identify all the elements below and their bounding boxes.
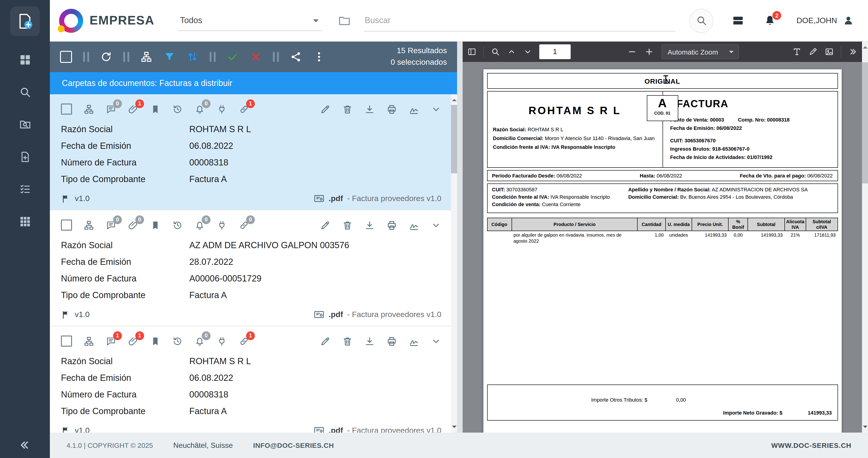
bookmark-button[interactable] xyxy=(150,104,161,114)
print-button[interactable] xyxy=(386,220,397,230)
expand-card-button[interactable] xyxy=(431,336,441,346)
download-button[interactable] xyxy=(364,336,375,346)
sidebar-item-new-document[interactable] xyxy=(19,151,31,163)
text-tool-button[interactable] xyxy=(792,47,802,56)
annotations-button[interactable]: 0 xyxy=(106,220,116,230)
find-in-document-button[interactable] xyxy=(491,47,500,56)
app-logo[interactable] xyxy=(10,6,40,36)
print-button[interactable] xyxy=(386,336,397,346)
folder-button[interactable] xyxy=(335,13,354,28)
scroll-down-arrow[interactable] xyxy=(452,426,456,430)
hierarchy-button[interactable] xyxy=(84,336,94,346)
card-checkbox[interactable] xyxy=(61,336,72,347)
print-button[interactable] xyxy=(386,104,397,114)
scope-select[interactable]: Todos xyxy=(178,10,322,31)
document-card-3[interactable]: 1 1 0 1 xyxy=(50,326,457,433)
attachments-button[interactable]: 1 xyxy=(128,336,138,346)
more-tools-button[interactable] xyxy=(848,47,857,56)
links-button[interactable]: 0 xyxy=(239,220,249,230)
list-view-button[interactable] xyxy=(732,14,744,27)
hierarchy-button[interactable] xyxy=(84,220,94,230)
sidebar-item-apps[interactable] xyxy=(19,216,31,228)
notifications-button[interactable]: 2 xyxy=(764,14,776,27)
bookmark-button[interactable] xyxy=(150,336,161,346)
sort-button[interactable] xyxy=(187,51,198,63)
notifications-button[interactable]: 0 xyxy=(194,220,205,230)
edit-button[interactable] xyxy=(320,220,331,230)
user-menu[interactable]: DOE,JOHN xyxy=(797,15,854,26)
hierarchy-button[interactable] xyxy=(141,51,152,63)
history-button[interactable] xyxy=(172,220,183,230)
scroll-up-arrow[interactable] xyxy=(452,96,456,101)
footer-website-link[interactable]: WWW.DOC-SERIES.CH xyxy=(771,441,851,449)
expand-card-button[interactable] xyxy=(431,220,441,230)
sidebar-item-tasks[interactable] xyxy=(19,183,31,196)
card-checkbox[interactable] xyxy=(61,104,72,115)
reject-button[interactable] xyxy=(250,51,262,63)
refresh-button[interactable] xyxy=(100,51,112,63)
signature-button[interactable] xyxy=(409,104,419,114)
next-page-button[interactable] xyxy=(523,47,532,56)
list-scrollbar[interactable] xyxy=(451,94,457,433)
download-button[interactable] xyxy=(364,104,375,114)
links-button[interactable]: 1 xyxy=(239,104,249,114)
zoom-out-button[interactable] xyxy=(627,47,637,56)
share-button[interactable] xyxy=(290,51,302,63)
document-card-2[interactable]: 0 0 0 0 xyxy=(50,210,457,326)
scroll-down-arrow[interactable] xyxy=(863,426,867,430)
zoom-select[interactable]: Automatic Zoom xyxy=(662,45,739,59)
delete-button[interactable] xyxy=(342,336,353,346)
attachments-button[interactable]: 0 xyxy=(128,220,138,230)
signature-button[interactable] xyxy=(409,220,419,230)
notifications-button[interactable]: 0 xyxy=(194,336,205,346)
document-card-1[interactable]: 0 1 0 1 xyxy=(50,94,457,210)
zoom-in-button[interactable] xyxy=(645,47,654,56)
approve-button[interactable] xyxy=(227,51,239,63)
collapse-sidebar-button[interactable] xyxy=(16,438,34,452)
annotations-button[interactable]: 1 xyxy=(106,336,116,346)
annotations-button[interactable]: 0 xyxy=(106,104,116,114)
sidebar-item-folder-search[interactable] xyxy=(19,118,31,131)
toggle-sidebar-button[interactable] xyxy=(467,47,476,56)
signature-button[interactable] xyxy=(409,336,419,346)
pdf-canvas[interactable]: ORIGINAL ROHTAM S R L Razón Social: ROHT… xyxy=(463,62,862,433)
delete-button[interactable] xyxy=(342,104,353,114)
bookmark-button[interactable] xyxy=(150,220,161,230)
pdf-scrollbar[interactable] xyxy=(862,41,868,433)
page-number-input[interactable] xyxy=(539,45,571,59)
invoice-seller-block: ROHTAM S R L Razón Social: ROHTAM S R L … xyxy=(487,91,662,167)
history-button[interactable] xyxy=(172,336,183,346)
select-all-checkbox[interactable] xyxy=(60,51,72,63)
history-button[interactable] xyxy=(172,104,183,114)
scrollbar-thumb[interactable] xyxy=(451,105,457,173)
download-button[interactable] xyxy=(364,220,375,230)
file-link[interactable]: .pdf - Factura proveedores v1.0 xyxy=(313,309,441,320)
search-input[interactable] xyxy=(364,10,676,31)
edit-button[interactable] xyxy=(320,104,331,114)
sidebar-item-search[interactable] xyxy=(19,86,31,98)
file-link[interactable]: .pdf - Factura proveedores v1.0 xyxy=(313,193,441,204)
card-checkbox[interactable] xyxy=(61,220,72,231)
connector-button[interactable] xyxy=(217,220,227,230)
links-button[interactable]: 1 xyxy=(239,336,249,346)
connector-button[interactable] xyxy=(217,336,227,346)
more-options-button[interactable] xyxy=(313,51,325,63)
notifications-button[interactable]: 0 xyxy=(194,104,205,114)
connector-button[interactable] xyxy=(217,104,227,114)
scrollbar-thumb[interactable] xyxy=(862,62,868,183)
image-tool-button[interactable] xyxy=(825,47,834,56)
version-label: v1.0 xyxy=(75,194,90,203)
edit-button[interactable] xyxy=(320,336,331,346)
attachments-button[interactable]: 1 xyxy=(128,104,138,114)
file-link[interactable]: .pdf - Factura proveedores v1.0 xyxy=(313,425,441,433)
sidebar-item-dashboard[interactable] xyxy=(19,54,31,66)
search-button[interactable] xyxy=(689,8,713,33)
delete-button[interactable] xyxy=(342,220,353,230)
footer-email-link[interactable]: INFO@DOC-SERIES.CH xyxy=(253,441,334,449)
scroll-up-arrow[interactable] xyxy=(863,44,867,49)
hierarchy-button[interactable] xyxy=(84,104,94,114)
expand-card-button[interactable] xyxy=(431,104,441,114)
draw-tool-button[interactable] xyxy=(808,47,818,56)
previous-page-button[interactable] xyxy=(507,47,516,56)
filter-button[interactable] xyxy=(163,51,176,63)
